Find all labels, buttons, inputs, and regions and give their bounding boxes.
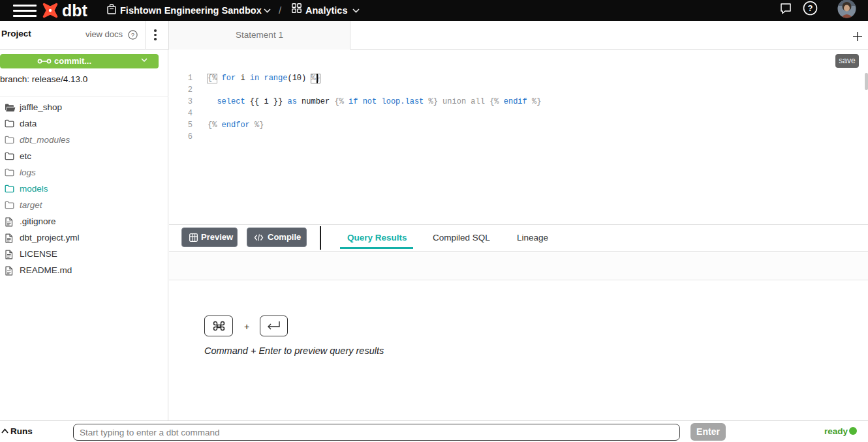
svg-text:dbt: dbt [62,1,87,20]
svg-text:?: ? [131,31,134,38]
svg-text:?: ? [808,3,813,13]
